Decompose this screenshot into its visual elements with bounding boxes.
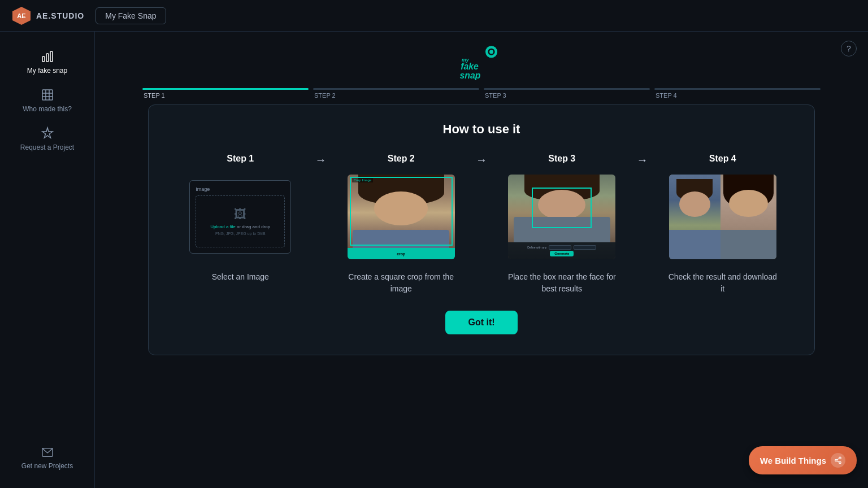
svg-line-21	[837, 459, 839, 460]
svg-point-13	[489, 50, 493, 54]
step-1-desc: Select an Image	[212, 271, 269, 283]
step-bar-1: STEP 1	[142, 88, 309, 99]
app-logo-area: my fake snap	[95, 32, 868, 82]
step-line-4	[654, 88, 821, 90]
step-3-item: Step 3	[493, 154, 631, 295]
sidebar-get-new-projects[interactable]: Get new Projects	[0, 439, 94, 477]
modal-title: How to use it	[443, 122, 520, 137]
sparkle-icon	[41, 127, 54, 140]
step-1-image: Image 🖼 Upload a file or drag and drop P…	[181, 172, 300, 262]
arrow-2: →	[470, 154, 493, 201]
sidebar-item-label: Who made this?	[23, 105, 72, 113]
svg-text:snap: snap	[460, 71, 481, 80]
step-2-image: Crop Image crop	[342, 172, 461, 262]
svg-rect-2	[42, 56, 45, 62]
step-2-desc: Create a square crop from the image	[345, 271, 458, 295]
my-fake-snap-logo: my fake snap	[456, 43, 507, 82]
step-3-desc: Place the box near the face for best res…	[505, 271, 618, 295]
share-icon	[831, 453, 845, 468]
upload-link-text: Upload a file or drag and drop	[210, 224, 270, 229]
header: AE AE.STUDIO My Fake Snap	[0, 0, 868, 32]
svg-line-20	[837, 461, 839, 462]
step-line-3	[484, 88, 650, 90]
step-label-1: STEP 1	[142, 92, 165, 99]
upload-box: Image 🖼 Upload a file or drag and drop P…	[189, 180, 291, 254]
step-3-image: Define with any Generate	[502, 172, 621, 262]
svg-text:AE: AE	[17, 12, 25, 19]
how-to-use-modal: How to use it Step 1 Image 🖼 Upload a fi…	[148, 104, 815, 355]
step-bar-3: STEP 3	[484, 88, 650, 99]
step-3-photo: Define with any Generate	[508, 175, 615, 259]
building-icon	[41, 88, 54, 102]
step-bar-2: STEP 2	[313, 88, 479, 99]
arrow-3: →	[631, 154, 654, 201]
sidebar-item-my-fake-snap[interactable]: My fake snap	[0, 43, 94, 81]
step-4-number: Step 4	[709, 154, 736, 164]
logo: AE AE.STUDIO	[11, 6, 84, 26]
upload-field-label: Image	[196, 186, 210, 192]
upload-format-hint: PNG, JPG, JPEG up to 5MB	[215, 232, 266, 236]
svg-point-17	[839, 457, 841, 459]
we-build-things-button[interactable]: We Build Things	[749, 446, 857, 474]
svg-rect-3	[46, 54, 49, 62]
step-progress-bar: STEP 1 STEP 2 STEP 3 STEP 4	[142, 88, 821, 99]
step-2-item: Step 2	[332, 154, 471, 295]
svg-rect-5	[42, 90, 53, 100]
upload-drop-area[interactable]: 🖼 Upload a file or drag and drop PNG, JP…	[196, 195, 285, 247]
main-content: ? my fake snap STEP 1 STEP 2	[95, 32, 868, 488]
sidebar-spacer	[0, 158, 94, 439]
arrow-1: →	[310, 154, 332, 201]
step-line-1	[142, 88, 309, 90]
step-line-2	[313, 88, 479, 90]
logo-text: AE.STUDIO	[36, 11, 84, 20]
step-1-item: Step 1 Image 🖼 Upload a file or drag and…	[171, 154, 310, 283]
sidebar-bottom-label: Get new Projects	[21, 462, 73, 470]
help-icon-button[interactable]: ?	[841, 41, 857, 56]
svg-point-18	[835, 459, 837, 461]
step-1-number: Step 1	[227, 154, 254, 164]
sidebar-item-label: Request a Project	[20, 143, 74, 151]
ae-studio-logo-icon: AE	[11, 6, 32, 26]
svg-rect-4	[50, 51, 53, 62]
step-4-photo	[669, 175, 776, 259]
sidebar-item-label: My fake snap	[27, 67, 67, 75]
svg-text:fake: fake	[461, 62, 479, 71]
step-4-image	[663, 172, 782, 262]
step-4-item: Step 4	[654, 154, 792, 295]
step-3-number: Step 3	[548, 154, 575, 164]
active-project-button[interactable]: My Fake Snap	[96, 7, 166, 24]
sidebar-item-who-made-this[interactable]: Who made this?	[0, 81, 94, 120]
step-label-2: STEP 2	[313, 92, 336, 99]
got-it-button[interactable]: Got it!	[445, 311, 517, 334]
layout: My fake snap Who made this? Request a Pr…	[0, 32, 868, 488]
bar-chart-icon	[41, 50, 54, 63]
step-4-desc: Check the result and download it	[666, 271, 779, 295]
steps-row: Step 1 Image 🖼 Upload a file or drag and…	[171, 154, 792, 295]
step-label-4: STEP 4	[654, 92, 677, 99]
step-2-photo: Crop Image crop	[348, 175, 455, 259]
step-2-number: Step 2	[388, 154, 415, 164]
sidebar: My fake snap Who made this? Request a Pr…	[0, 32, 95, 488]
sidebar-item-request-project[interactable]: Request a Project	[0, 120, 94, 158]
mail-icon	[41, 446, 54, 459]
floating-btn-label: We Build Things	[760, 456, 826, 465]
step-bar-4: STEP 4	[654, 88, 821, 99]
image-upload-icon: 🖼	[234, 207, 246, 222]
step-label-3: STEP 3	[484, 92, 506, 99]
svg-point-19	[839, 461, 841, 464]
